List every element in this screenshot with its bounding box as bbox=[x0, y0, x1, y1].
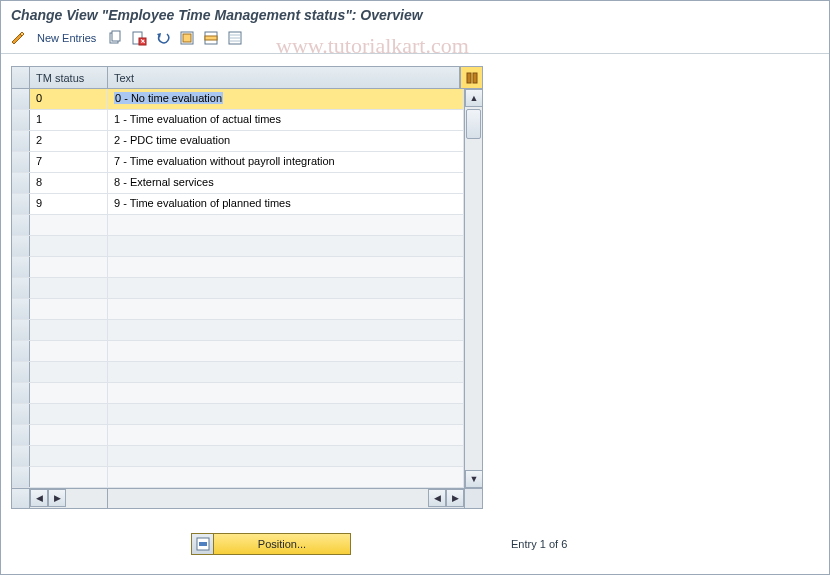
cell-text[interactable] bbox=[108, 278, 464, 298]
cell-text[interactable] bbox=[108, 320, 464, 340]
cell-tm-status[interactable]: 0 bbox=[30, 89, 108, 109]
svg-rect-15 bbox=[199, 542, 207, 546]
cell-tm-status[interactable] bbox=[30, 446, 108, 466]
cell-text[interactable] bbox=[108, 236, 464, 256]
cell-text[interactable]: 9 - Time evaluation of planned times bbox=[108, 194, 464, 214]
hscroll-corner-right bbox=[464, 489, 482, 508]
row-selector[interactable] bbox=[12, 257, 30, 277]
svg-rect-5 bbox=[183, 34, 191, 42]
row-selector[interactable] bbox=[12, 425, 30, 445]
row-selector[interactable] bbox=[12, 467, 30, 487]
cell-text[interactable]: 7 - Time evaluation without payroll inte… bbox=[108, 152, 464, 172]
row-selector[interactable] bbox=[12, 404, 30, 424]
cell-tm-status[interactable] bbox=[30, 404, 108, 424]
table-row-empty bbox=[12, 215, 464, 236]
cell-tm-status[interactable]: 1 bbox=[30, 110, 108, 130]
cell-tm-status[interactable] bbox=[30, 299, 108, 319]
cell-text[interactable] bbox=[108, 362, 464, 382]
row-selector[interactable] bbox=[12, 299, 30, 319]
scroll-right-icon[interactable]: ▶ bbox=[446, 489, 464, 507]
scroll-up-icon[interactable]: ▲ bbox=[465, 89, 483, 107]
cell-tm-status[interactable] bbox=[30, 383, 108, 403]
delete-icon[interactable] bbox=[130, 29, 148, 47]
cell-tm-status[interactable] bbox=[30, 215, 108, 235]
deselect-all-icon[interactable] bbox=[226, 29, 244, 47]
row-selector[interactable] bbox=[12, 131, 30, 151]
row-selector[interactable] bbox=[12, 152, 30, 172]
vertical-scrollbar[interactable]: ▲ ▼ bbox=[464, 89, 482, 488]
cell-tm-status[interactable] bbox=[30, 425, 108, 445]
grid-footer: Position... Entry 1 of 6 bbox=[11, 533, 819, 555]
cell-text[interactable] bbox=[108, 425, 464, 445]
cell-text[interactable]: 2 - PDC time evaluation bbox=[108, 131, 464, 151]
vscroll-thumb[interactable] bbox=[466, 109, 481, 139]
row-selector[interactable] bbox=[12, 215, 30, 235]
cell-text[interactable] bbox=[108, 341, 464, 361]
cell-tm-status[interactable] bbox=[30, 341, 108, 361]
entry-count-label: Entry 1 of 6 bbox=[511, 538, 567, 550]
row-selector[interactable] bbox=[12, 362, 30, 382]
vscroll-track[interactable] bbox=[465, 107, 482, 470]
fixed-scroll-right-icon[interactable]: ▶ bbox=[48, 489, 66, 507]
page-title: Change View "Employee Time Management st… bbox=[1, 1, 829, 27]
table-row-empty bbox=[12, 299, 464, 320]
fixed-scroll-left-icon[interactable]: ◀ bbox=[30, 489, 48, 507]
cell-tm-status[interactable] bbox=[30, 257, 108, 277]
row-selector[interactable] bbox=[12, 236, 30, 256]
cell-tm-status[interactable]: 9 bbox=[30, 194, 108, 214]
row-selector-header[interactable] bbox=[12, 67, 30, 88]
svg-rect-13 bbox=[473, 73, 477, 83]
row-selector[interactable] bbox=[12, 110, 30, 130]
row-selector[interactable] bbox=[12, 320, 30, 340]
cell-tm-status[interactable] bbox=[30, 320, 108, 340]
cell-tm-status[interactable] bbox=[30, 236, 108, 256]
cell-text[interactable]: 8 - External services bbox=[108, 173, 464, 193]
table-row-empty bbox=[12, 467, 464, 488]
position-icon bbox=[192, 534, 214, 554]
table-row-empty bbox=[12, 362, 464, 383]
row-selector[interactable] bbox=[12, 341, 30, 361]
cell-tm-status[interactable] bbox=[30, 362, 108, 382]
svg-rect-12 bbox=[467, 73, 471, 83]
cell-text[interactable]: 1 - Time evaluation of actual times bbox=[108, 110, 464, 130]
row-selector[interactable] bbox=[12, 173, 30, 193]
cell-text[interactable] bbox=[108, 299, 464, 319]
select-all-icon[interactable] bbox=[178, 29, 196, 47]
scroll-left-icon[interactable]: ◀ bbox=[428, 489, 446, 507]
undo-icon[interactable] bbox=[154, 29, 172, 47]
table-row-empty bbox=[12, 446, 464, 467]
cell-text[interactable] bbox=[108, 215, 464, 235]
cell-tm-status[interactable]: 2 bbox=[30, 131, 108, 151]
cell-tm-status[interactable] bbox=[30, 278, 108, 298]
cell-text[interactable] bbox=[108, 257, 464, 277]
table-row-empty bbox=[12, 404, 464, 425]
hscroll-track[interactable] bbox=[108, 489, 428, 508]
row-selector[interactable] bbox=[12, 89, 30, 109]
position-button[interactable]: Position... bbox=[191, 533, 351, 555]
cell-tm-status[interactable]: 7 bbox=[30, 152, 108, 172]
new-entries-button[interactable]: New Entries bbox=[33, 32, 100, 44]
column-header-status[interactable]: TM status bbox=[30, 67, 108, 88]
hscroll-corner-left bbox=[12, 489, 30, 508]
cell-text[interactable] bbox=[108, 446, 464, 466]
scroll-down-icon[interactable]: ▼ bbox=[465, 470, 483, 488]
row-selector[interactable] bbox=[12, 446, 30, 466]
data-grid: TM status Text 00 - No time evaluation11… bbox=[11, 66, 483, 509]
cell-text[interactable] bbox=[108, 383, 464, 403]
select-block-icon[interactable] bbox=[202, 29, 220, 47]
cell-text[interactable]: 0 - No time evaluation bbox=[108, 89, 464, 109]
cell-text[interactable] bbox=[108, 404, 464, 424]
row-selector[interactable] bbox=[12, 194, 30, 214]
column-header-text[interactable]: Text bbox=[108, 67, 460, 88]
cell-text[interactable] bbox=[108, 467, 464, 487]
copy-icon[interactable] bbox=[106, 29, 124, 47]
row-selector[interactable] bbox=[12, 383, 30, 403]
row-selector[interactable] bbox=[12, 278, 30, 298]
svg-rect-1 bbox=[112, 31, 120, 41]
cell-tm-status[interactable] bbox=[30, 467, 108, 487]
horizontal-scrollbar[interactable]: ◀ ▶ ◀ ▶ bbox=[12, 488, 482, 508]
toggle-edit-icon[interactable] bbox=[9, 29, 27, 47]
column-config-button[interactable] bbox=[460, 67, 482, 88]
cell-tm-status[interactable]: 8 bbox=[30, 173, 108, 193]
table-row-empty bbox=[12, 257, 464, 278]
